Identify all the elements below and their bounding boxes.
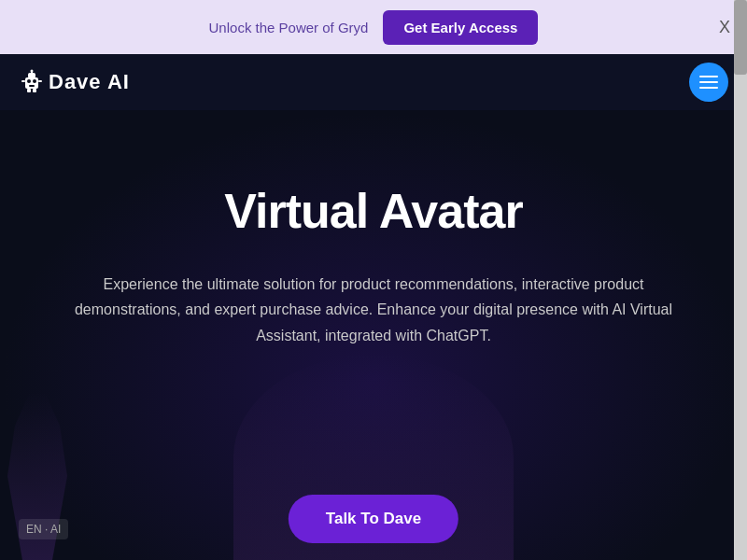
navbar: Dave AI bbox=[0, 54, 747, 110]
logo-dave: Dave bbox=[49, 70, 102, 93]
hero-section: Virtual Avatar Experience the ultimate s… bbox=[0, 110, 747, 560]
svg-point-2 bbox=[27, 79, 31, 83]
svg-rect-0 bbox=[25, 77, 38, 89]
hero-subtitle: Experience the ultimate solution for pro… bbox=[37, 272, 710, 348]
svg-rect-4 bbox=[29, 85, 35, 87]
menu-button[interactable] bbox=[689, 63, 728, 102]
svg-rect-8 bbox=[38, 80, 42, 82]
hamburger-line-3 bbox=[699, 87, 718, 89]
svg-point-3 bbox=[33, 79, 36, 83]
svg-point-6 bbox=[31, 70, 34, 73]
hero-title: Virtual Avatar bbox=[224, 185, 522, 238]
logo-text: Dave AI bbox=[49, 70, 130, 94]
svg-rect-9 bbox=[27, 89, 31, 92]
close-banner-button[interactable]: X bbox=[719, 19, 730, 35]
svg-rect-7 bbox=[21, 80, 25, 82]
hamburger-line-2 bbox=[699, 81, 718, 83]
language-badge: EN · AI bbox=[19, 519, 68, 539]
robot-icon bbox=[19, 69, 45, 95]
banner-text: Unlock the Power of Gryd bbox=[209, 20, 369, 35]
hamburger-line-1 bbox=[699, 76, 718, 77]
promo-banner: Unlock the Power of Gryd Get Early Acces… bbox=[0, 0, 747, 54]
scrollbar[interactable] bbox=[734, 0, 747, 560]
svg-rect-10 bbox=[33, 89, 36, 92]
scrollbar-thumb[interactable] bbox=[734, 0, 747, 75]
talk-to-dave-button[interactable]: Talk To Dave bbox=[289, 495, 458, 543]
logo-ai: AI bbox=[107, 70, 130, 93]
logo: Dave AI bbox=[19, 69, 130, 95]
get-early-access-button[interactable]: Get Early Access bbox=[383, 10, 538, 45]
